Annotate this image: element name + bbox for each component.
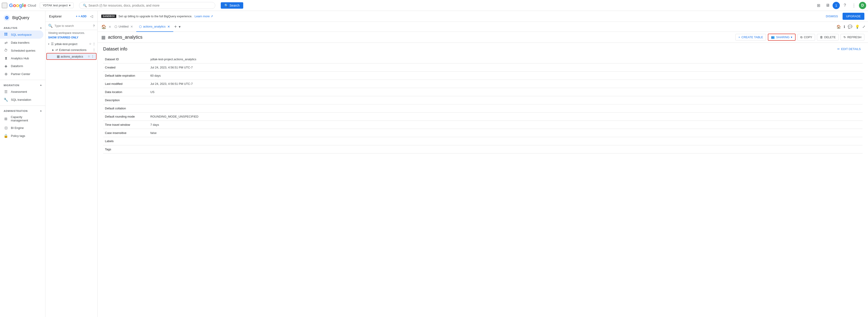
tab-right-lightbulb-button[interactable]: 💡 [854,24,861,30]
sidebar-item-partner-center[interactable]: ⊕ Partner Center [0,70,43,78]
project-star-button[interactable]: ☆ [89,42,92,46]
copy-button[interactable]: ⧉ COPY [797,34,815,41]
field-label: Time travel window [103,121,149,129]
sharing-button[interactable]: 👥 SHARING ▾ [768,34,796,41]
tab-right-home-button[interactable]: 🏠 [836,24,842,30]
hamburger-menu-button[interactable] [2,3,7,8]
field-value: US [149,88,863,96]
apps-grid-button[interactable]: ⊞ [814,1,823,9]
refresh-button[interactable]: ↻ REFRESH [840,34,864,40]
project-more-button[interactable]: ⋮ [92,42,96,46]
dataset-icon: ▦ [57,55,60,58]
user-avatar[interactable]: 1 [833,2,840,9]
tab-right-expand-button[interactable]: ⤢ [861,24,866,30]
actions-analytics-tab-icon: ⬡ [139,25,142,28]
explorer-title: Explorer [49,14,62,18]
search-button[interactable]: 🔍 Search [221,2,243,9]
learn-more-link[interactable]: Learn more ↗ [195,15,213,18]
upgrade-button[interactable]: UPGRADE [843,13,864,20]
untitled-tab-close-button[interactable]: ✕ [130,24,133,29]
delete-button[interactable]: 🗑 DELETE [817,34,839,40]
sidebar-item-policy-tags[interactable]: 🔒 Policy tags [0,132,43,140]
tab-add-button[interactable]: + [173,23,178,30]
migration-section-header[interactable]: Migration ▾ [0,82,45,88]
actions-analytics-tab-close-button[interactable]: ✕ [167,24,170,29]
tab-right-info-button[interactable]: ℹ [843,24,846,30]
external-connections-more-button[interactable]: ⋮ [92,48,96,52]
google-cloud-logo[interactable]: Google Cloud [9,2,36,8]
tab-home-button[interactable]: 🏠 [99,23,108,30]
field-value: ydtak-test-project.actions_analytics [149,55,863,63]
project-label: ydtak-test-project [55,42,88,46]
notifications-button[interactable]: 🖥 [824,1,832,9]
explorer-search-icon: 🔍 [48,24,53,28]
explorer-collapse-button[interactable]: ◁ [89,13,94,19]
explorer-add-button[interactable]: + + ADD [74,14,88,19]
untitled-tab-icon: ⬡ [115,25,117,28]
more-options-button[interactable]: ⋮ [850,1,858,9]
field-value: false [149,129,863,137]
learn-more-label: Learn more [195,15,210,18]
svg-rect-4 [6,34,7,35]
sidebar-brand-label: BigQuery [12,16,29,20]
administration-section-header[interactable]: Administration ▾ [0,108,45,113]
tab-actions-analytics[interactable]: ⬡ actions_analytics ✕ [136,22,173,32]
sidebar-item-capacity-management[interactable]: ⊞ Capacity management [0,113,43,124]
explorer-search-bar: 🔍 ? [45,22,97,30]
search-help-icon[interactable]: ? [93,24,95,28]
explorer-search-input[interactable] [55,24,91,28]
sql-translation-label: SQL translation [11,98,31,102]
edit-details-button[interactable]: ✏ EDIT DETAILS [836,47,863,52]
dismiss-button[interactable]: DISMISS [823,13,840,19]
tab-right-chat-button[interactable]: 💬 [847,24,853,30]
tree-external-connections-item[interactable]: ▶ ⇄ External connections ⋮ [45,47,97,53]
svg-rect-1 [4,33,6,34]
sidebar-item-analytics-hub[interactable]: ⧗ Analytics Hub [0,54,43,62]
refresh-icon: ↻ [843,35,846,39]
field-label: Case insensitive [103,129,149,137]
scheduled-queries-icon: ⏱ [4,49,8,53]
actions-analytics-more-button[interactable]: ⋮ [91,55,94,58]
table-row: Default rounding mode ROUNDING_MODE_UNSP… [103,113,863,121]
sidebar-item-sql-translation[interactable]: 🔧 SQL translation [0,96,43,104]
help-button[interactable]: ? [841,1,849,9]
user-avatar-d[interactable]: D [859,2,866,9]
analysis-section-header[interactable]: Analysis ▾ [0,25,45,30]
sidebar-item-data-transfers[interactable]: ⇄ Data transfers [0,39,43,47]
table-row: Case insensitive false [103,129,863,137]
table-row: Tags [103,145,863,153]
copy-label: COPY [804,35,812,39]
partner-center-label: Partner Center [11,72,30,76]
tab-home-close-button[interactable]: ✕ [108,25,112,29]
sql-workspace-icon [4,32,8,37]
bi-engine-icon: ⊡ [4,126,8,130]
tree-project-item[interactable]: ▾ ☰ ydtak-test-project ☆ ⋮ [45,41,97,47]
tabs-bar: 🏠 ✕ ⬡ Untitled ✕ ⬡ actions_analytics ✕ +… [98,22,868,32]
sidebar-item-scheduled-queries[interactable]: ⏱ Scheduled queries [0,47,43,54]
sidebar-item-sql-workspace[interactable]: SQL workspace [0,30,43,39]
sidebar-item-dataform[interactable]: ◈ Dataform [0,62,43,70]
cloud-text: Cloud [28,4,36,7]
project-selector[interactable]: YDTAK test project ▾ [40,2,73,8]
create-table-button[interactable]: + CREATE TABLE [735,34,766,40]
sql-workspace-label: SQL workspace [11,33,32,36]
tree-actions-analytics-item[interactable]: ▦ actions_analytics ☆ ⋮ [46,53,96,60]
tab-more-button[interactable]: ▾ [178,24,182,30]
table-row: Data location US [103,88,863,96]
field-label: Default collation [103,105,149,113]
sidebar-divider-2 [0,106,45,106]
refresh-label: REFRESH [847,35,861,39]
partner-center-icon: ⊕ [4,72,8,76]
sidebar-item-assessment[interactable]: ☰ Assessment [0,88,43,96]
actions-analytics-star-button[interactable]: ☆ [88,55,90,58]
global-search-input[interactable] [89,4,211,7]
field-value: Jul 24, 2023, 4:56:51 PM UTC-7 [149,80,863,88]
sidebar-brand: BigQuery [0,13,45,25]
content-title-area: ▦ actions_analytics [101,34,143,40]
tab-untitled[interactable]: ⬡ Untitled ✕ [112,22,136,32]
sql-translation-icon: 🔧 [4,97,8,102]
field-value: 7 days [149,121,863,129]
field-label: Labels [103,137,149,145]
sidebar-item-bi-engine[interactable]: ⊡ BI Engine [0,124,43,132]
show-starred-only-link[interactable]: SHOW STARRED ONLY [45,36,97,41]
